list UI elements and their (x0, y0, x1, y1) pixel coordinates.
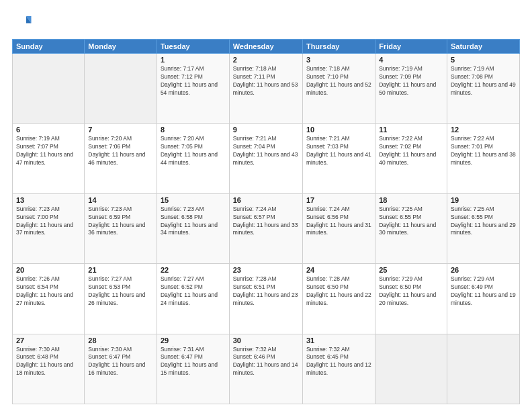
calendar-cell: 19Sunrise: 7:25 AM Sunset: 6:55 PM Dayli… (447, 193, 519, 263)
weekday-wednesday: Wednesday (229, 40, 302, 54)
calendar-cell: 22Sunrise: 7:27 AM Sunset: 6:52 PM Dayli… (157, 264, 229, 334)
weekday-sunday: Sunday (13, 40, 85, 54)
logo-icon (12, 12, 32, 32)
calendar-cell: 5Sunrise: 7:19 AM Sunset: 7:08 PM Daylig… (447, 54, 519, 124)
day-number: 29 (161, 336, 226, 345)
week-row-0: 1Sunrise: 7:17 AM Sunset: 7:12 PM Daylig… (13, 54, 520, 124)
calendar-cell: 6Sunrise: 7:19 AM Sunset: 7:07 PM Daylig… (13, 124, 85, 193)
day-number: 20 (16, 266, 81, 274)
calendar-cell (85, 54, 157, 124)
day-number: 18 (379, 196, 443, 204)
day-number: 7 (88, 126, 153, 134)
calendar-cell (13, 54, 85, 124)
day-info: Sunrise: 7:30 AM Sunset: 6:47 PM Dayligh… (88, 346, 153, 378)
day-info: Sunrise: 7:31 AM Sunset: 6:47 PM Dayligh… (161, 346, 226, 378)
day-number: 26 (451, 266, 516, 274)
calendar-cell: 2Sunrise: 7:18 AM Sunset: 7:11 PM Daylig… (229, 54, 302, 124)
calendar-cell: 18Sunrise: 7:25 AM Sunset: 6:55 PM Dayli… (375, 193, 447, 263)
day-number: 14 (88, 196, 153, 204)
day-info: Sunrise: 7:25 AM Sunset: 6:55 PM Dayligh… (379, 205, 443, 238)
calendar-cell: 11Sunrise: 7:22 AM Sunset: 7:02 PM Dayli… (375, 124, 447, 193)
calendar-cell: 17Sunrise: 7:24 AM Sunset: 6:56 PM Dayli… (302, 193, 375, 263)
day-info: Sunrise: 7:17 AM Sunset: 7:12 PM Dayligh… (161, 65, 226, 97)
day-info: Sunrise: 7:28 AM Sunset: 6:51 PM Dayligh… (233, 275, 299, 308)
page: SundayMondayTuesdayWednesdayThursdayFrid… (0, 0, 532, 411)
calendar-cell: 7Sunrise: 7:20 AM Sunset: 7:06 PM Daylig… (85, 124, 157, 193)
day-number: 27 (16, 336, 81, 345)
week-row-1: 6Sunrise: 7:19 AM Sunset: 7:07 PM Daylig… (13, 124, 520, 193)
day-number: 2 (233, 56, 299, 64)
calendar-cell: 9Sunrise: 7:21 AM Sunset: 7:04 PM Daylig… (229, 124, 302, 193)
day-info: Sunrise: 7:32 AM Sunset: 6:46 PM Dayligh… (233, 346, 299, 378)
day-info: Sunrise: 7:23 AM Sunset: 6:58 PM Dayligh… (161, 205, 226, 238)
day-info: Sunrise: 7:19 AM Sunset: 7:09 PM Dayligh… (379, 65, 443, 97)
day-number: 3 (306, 56, 371, 64)
day-number: 21 (88, 266, 153, 274)
day-info: Sunrise: 7:21 AM Sunset: 7:03 PM Dayligh… (306, 135, 371, 167)
day-number: 4 (379, 56, 443, 64)
day-number: 8 (161, 126, 226, 134)
day-info: Sunrise: 7:24 AM Sunset: 6:56 PM Dayligh… (306, 205, 371, 238)
day-info: Sunrise: 7:21 AM Sunset: 7:04 PM Dayligh… (233, 135, 299, 167)
calendar-cell: 8Sunrise: 7:20 AM Sunset: 7:05 PM Daylig… (157, 124, 229, 193)
weekday-monday: Monday (85, 40, 157, 54)
day-info: Sunrise: 7:27 AM Sunset: 6:53 PM Dayligh… (88, 275, 153, 308)
calendar-cell: 21Sunrise: 7:27 AM Sunset: 6:53 PM Dayli… (85, 264, 157, 334)
calendar-cell: 4Sunrise: 7:19 AM Sunset: 7:09 PM Daylig… (375, 54, 447, 124)
day-number: 16 (233, 196, 299, 204)
day-number: 24 (306, 266, 371, 274)
calendar-cell (375, 334, 447, 404)
day-number: 15 (161, 196, 226, 204)
calendar-cell: 12Sunrise: 7:22 AM Sunset: 7:01 PM Dayli… (447, 124, 519, 193)
calendar-cell: 24Sunrise: 7:28 AM Sunset: 6:50 PM Dayli… (302, 264, 375, 334)
logo (12, 12, 35, 32)
calendar-cell: 20Sunrise: 7:26 AM Sunset: 6:54 PM Dayli… (13, 264, 85, 334)
day-info: Sunrise: 7:30 AM Sunset: 6:48 PM Dayligh… (16, 346, 81, 378)
day-info: Sunrise: 7:18 AM Sunset: 7:11 PM Dayligh… (233, 65, 299, 97)
week-row-2: 13Sunrise: 7:23 AM Sunset: 7:00 PM Dayli… (13, 193, 520, 263)
weekday-tuesday: Tuesday (157, 40, 229, 54)
day-number: 31 (306, 336, 371, 345)
calendar-cell: 16Sunrise: 7:24 AM Sunset: 6:57 PM Dayli… (229, 193, 302, 263)
calendar-cell: 26Sunrise: 7:29 AM Sunset: 6:49 PM Dayli… (447, 264, 519, 334)
calendar-cell: 28Sunrise: 7:30 AM Sunset: 6:47 PM Dayli… (85, 334, 157, 404)
calendar-cell: 15Sunrise: 7:23 AM Sunset: 6:58 PM Dayli… (157, 193, 229, 263)
day-number: 28 (88, 336, 153, 345)
calendar-cell: 30Sunrise: 7:32 AM Sunset: 6:46 PM Dayli… (229, 334, 302, 404)
calendar-cell: 13Sunrise: 7:23 AM Sunset: 7:00 PM Dayli… (13, 193, 85, 263)
day-number: 25 (379, 266, 443, 274)
calendar-cell (447, 334, 519, 404)
day-info: Sunrise: 7:25 AM Sunset: 6:55 PM Dayligh… (451, 205, 516, 238)
day-info: Sunrise: 7:20 AM Sunset: 7:05 PM Dayligh… (161, 135, 226, 167)
calendar-cell: 10Sunrise: 7:21 AM Sunset: 7:03 PM Dayli… (302, 124, 375, 193)
weekday-thursday: Thursday (302, 40, 375, 54)
day-number: 10 (306, 126, 371, 134)
calendar-cell: 1Sunrise: 7:17 AM Sunset: 7:12 PM Daylig… (157, 54, 229, 124)
day-info: Sunrise: 7:29 AM Sunset: 6:49 PM Dayligh… (451, 275, 516, 308)
day-number: 17 (306, 196, 371, 204)
calendar-cell: 29Sunrise: 7:31 AM Sunset: 6:47 PM Dayli… (157, 334, 229, 404)
calendar-table: SundayMondayTuesdayWednesdayThursdayFrid… (12, 39, 520, 404)
calendar-cell: 27Sunrise: 7:30 AM Sunset: 6:48 PM Dayli… (13, 334, 85, 404)
weekday-header-row: SundayMondayTuesdayWednesdayThursdayFrid… (13, 40, 520, 54)
day-number: 30 (233, 336, 299, 345)
day-info: Sunrise: 7:29 AM Sunset: 6:50 PM Dayligh… (379, 275, 443, 308)
day-info: Sunrise: 7:27 AM Sunset: 6:52 PM Dayligh… (161, 275, 226, 308)
day-number: 9 (233, 126, 299, 134)
day-info: Sunrise: 7:18 AM Sunset: 7:10 PM Dayligh… (306, 65, 371, 97)
week-row-4: 27Sunrise: 7:30 AM Sunset: 6:48 PM Dayli… (13, 334, 520, 404)
day-info: Sunrise: 7:22 AM Sunset: 7:01 PM Dayligh… (451, 135, 516, 167)
calendar-cell: 31Sunrise: 7:32 AM Sunset: 6:45 PM Dayli… (302, 334, 375, 404)
day-number: 19 (451, 196, 516, 204)
day-info: Sunrise: 7:19 AM Sunset: 7:07 PM Dayligh… (16, 135, 81, 167)
calendar-cell: 3Sunrise: 7:18 AM Sunset: 7:10 PM Daylig… (302, 54, 375, 124)
day-info: Sunrise: 7:23 AM Sunset: 6:59 PM Dayligh… (88, 205, 153, 238)
day-number: 22 (161, 266, 226, 274)
calendar-cell: 25Sunrise: 7:29 AM Sunset: 6:50 PM Dayli… (375, 264, 447, 334)
day-info: Sunrise: 7:19 AM Sunset: 7:08 PM Dayligh… (451, 65, 516, 97)
weekday-saturday: Saturday (447, 40, 519, 54)
day-number: 6 (16, 126, 81, 134)
week-row-3: 20Sunrise: 7:26 AM Sunset: 6:54 PM Dayli… (13, 264, 520, 334)
day-info: Sunrise: 7:23 AM Sunset: 7:00 PM Dayligh… (16, 205, 81, 238)
day-info: Sunrise: 7:32 AM Sunset: 6:45 PM Dayligh… (306, 346, 371, 378)
